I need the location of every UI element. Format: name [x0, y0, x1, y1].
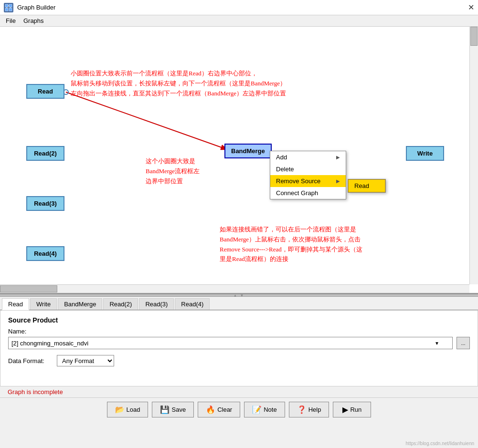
tab-bandmerge[interactable]: BandMerge: [58, 298, 102, 310]
context-remove-source[interactable]: Remove Source ▶: [270, 175, 346, 187]
annotation-1: 小圆圈位置大致表示前一个流程框（这里是Read）右边界中心部位，鼠标箭头移动到该…: [71, 69, 286, 98]
svg-line-8: [66, 92, 228, 150]
menu-file[interactable]: File: [2, 16, 20, 25]
title-bar-left: Graph Builder: [4, 3, 55, 12]
browse-button[interactable]: ...: [457, 337, 470, 349]
app-icon: [4, 3, 13, 12]
name-select-wrapper: [2] chongming_mosaic_ndvi: [8, 337, 453, 349]
save-icon: 💾: [160, 405, 170, 414]
menu-bar: File Graphs: [0, 15, 478, 27]
data-format-row: Data Format: Any Format GeoTIFF NetCDF B…: [8, 355, 470, 366]
tab-read4[interactable]: Read(4): [175, 298, 210, 310]
properties-panel: Source Product Name: [2] chongming_mosai…: [0, 310, 478, 386]
vertical-scrollbar[interactable]: [469, 27, 478, 284]
tab-write[interactable]: Write: [30, 298, 57, 310]
clear-button[interactable]: 🔥 Clear: [198, 402, 240, 417]
load-button[interactable]: 📂 Load: [107, 402, 149, 417]
tab-read3[interactable]: Read(3): [139, 298, 174, 310]
note-button[interactable]: 📝 Note: [244, 402, 285, 417]
svg-rect-2: [5, 8, 8, 11]
data-format-select-wrapper: Any Format GeoTIFF NetCDF BEAM-DIMAP: [57, 355, 114, 366]
tab-read2[interactable]: Read(2): [103, 298, 138, 310]
svg-rect-0: [5, 4, 8, 7]
load-icon: 📂: [115, 405, 125, 414]
help-icon: ❓: [297, 405, 307, 414]
section-title: Source Product: [8, 316, 470, 324]
save-button[interactable]: 💾 Save: [152, 402, 194, 417]
svg-rect-3: [9, 8, 12, 11]
horizontal-scrollbar-thumb[interactable]: [0, 285, 57, 292]
note-icon: 📝: [252, 405, 262, 414]
submenu-read: Read: [348, 179, 386, 193]
horizontal-scrollbar[interactable]: [0, 284, 469, 293]
node-read4[interactable]: Read(4): [26, 246, 64, 261]
node-write[interactable]: Write: [406, 146, 444, 161]
submenu-read-item[interactable]: Read: [348, 179, 385, 192]
node-bandmerge[interactable]: BandMerge: [224, 144, 272, 158]
status-message: Graph is incomplete: [8, 388, 63, 396]
name-select[interactable]: [2] chongming_mosaic_ndvi: [8, 337, 453, 349]
close-button[interactable]: ✕: [468, 3, 474, 12]
status-bar: Graph is incomplete: [0, 386, 478, 397]
context-delete[interactable]: Delete: [270, 163, 346, 175]
node-read[interactable]: Read: [26, 84, 64, 99]
annotation-2: 这个小圆圈大致是BandMerge流程框左边界中部位置: [146, 156, 200, 186]
bottom-panel: Read Write BandMerge Read(2) Read(3) Rea…: [0, 297, 478, 421]
bottom-buttons: 📂 Load 💾 Save 🔥 Clear 📝 Note ❓ Help ▶ Ru…: [0, 397, 478, 421]
data-format-select[interactable]: Any Format GeoTIFF NetCDF BEAM-DIMAP: [57, 355, 114, 366]
annotation-3: 如果连接线画错了，可以在后一个流程图（这里是BandMerge）上鼠标右击，依次…: [220, 225, 362, 264]
graph-canvas: Read Read(2) BandMerge Write Read(3) Rea…: [0, 27, 478, 294]
data-format-label: Data Format:: [8, 357, 51, 365]
help-button[interactable]: ❓ Help: [289, 402, 329, 417]
run-icon: ▶: [342, 405, 348, 414]
add-arrow-icon: ▶: [336, 155, 340, 160]
run-button[interactable]: ▶ Run: [333, 402, 371, 417]
context-add[interactable]: Add ▶: [270, 151, 346, 163]
clear-icon: 🔥: [206, 405, 215, 414]
window-title: Graph Builder: [17, 4, 55, 11]
tab-read[interactable]: Read: [2, 298, 29, 310]
svg-rect-1: [9, 4, 12, 7]
tabs-bar: Read Write BandMerge Read(2) Read(3) Rea…: [0, 297, 478, 310]
node-read3[interactable]: Read(3): [26, 196, 64, 211]
context-connect-graph[interactable]: Connect Graph: [270, 187, 346, 199]
vertical-scrollbar-thumb[interactable]: [470, 27, 478, 46]
menu-graphs[interactable]: Graphs: [20, 16, 48, 25]
name-row: [2] chongming_mosaic_ndvi ...: [8, 337, 470, 349]
title-bar: Graph Builder ✕: [0, 0, 478, 15]
node-read2[interactable]: Read(2): [26, 146, 64, 161]
watermark: https://blog.csdn.net/lidanhuienn: [406, 441, 474, 446]
name-label: Name:: [8, 328, 470, 335]
remove-source-arrow-icon: ▶: [336, 178, 340, 184]
context-menu: Add ▶ Delete Remove Source ▶ Connect Gra…: [270, 151, 346, 199]
